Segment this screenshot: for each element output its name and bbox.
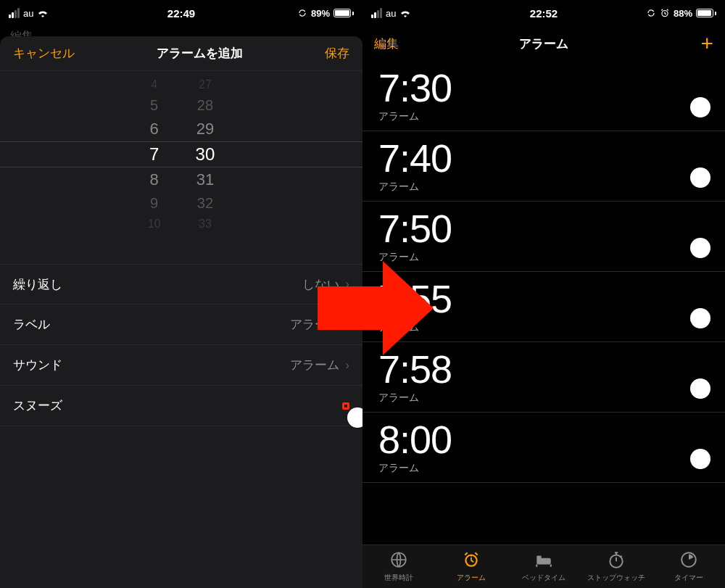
phone-add-alarm: au 22:49 89% 編集 キャンセル アラームを追加 保存 xyxy=(0,0,362,588)
label-label: ラベル xyxy=(13,316,50,333)
alarm-time: 7:30 xyxy=(378,68,452,107)
svg-point-4 xyxy=(471,555,472,557)
tab-label: アラーム xyxy=(457,573,486,583)
snooze-row: スヌーズ xyxy=(0,386,362,426)
alarm-list[interactable]: 7:30アラーム7:40アラーム7:50アラーム7:55アラーム7:58アラーム… xyxy=(362,61,725,544)
alarm-sub-label: アラーム xyxy=(378,392,452,405)
repeat-label: 繰り返し xyxy=(13,276,62,293)
tab-world[interactable]: 世界時計 xyxy=(362,545,435,588)
alarm-row[interactable]: 7:58アラーム xyxy=(362,342,725,413)
alarm-row[interactable]: 7:50アラーム xyxy=(362,202,725,272)
phone-alarm-list: au 22:52 88% 編集 アラーム + 7:30アラーム7:40アラーム7… xyxy=(362,0,725,588)
alarm-row[interactable]: 8:00アラーム xyxy=(362,413,725,483)
tab-bar: 世界時計アラームベッドタイムストップウォッチタイマー xyxy=(362,544,725,588)
repeat-value: しない xyxy=(302,276,339,293)
tab-label: ベッドタイム xyxy=(522,573,566,583)
alarm-row[interactable]: 7:40アラーム xyxy=(362,131,725,202)
svg-rect-5 xyxy=(536,558,551,565)
svg-rect-6 xyxy=(536,556,542,559)
tab-timer[interactable]: タイマー xyxy=(652,545,725,588)
status-bar: au 22:49 89% xyxy=(0,0,362,26)
cancel-button[interactable]: キャンセル xyxy=(13,45,75,62)
alarm-settings: 繰り返し しない › ラベル アラーム › サウンド アラ xyxy=(0,264,362,426)
sheet-title: アラームを追加 xyxy=(157,45,243,62)
alarm-sub-label: アラーム xyxy=(378,181,452,194)
chevron-right-icon: › xyxy=(345,318,349,332)
tab-label: ストップウォッチ xyxy=(587,573,645,583)
status-bar: au 22:52 88% xyxy=(362,0,725,26)
save-button[interactable]: 保存 xyxy=(325,45,349,62)
alarm-sub-label: アラーム xyxy=(378,110,452,123)
stopwatch-icon xyxy=(607,550,626,571)
nav-bar: 編集 アラーム + xyxy=(362,26,725,61)
alarm-time: 7:40 xyxy=(378,138,452,178)
alarm-time: 7:58 xyxy=(378,349,452,389)
picker-selection-lines xyxy=(0,141,362,167)
sound-label: サウンド xyxy=(13,357,62,373)
alarm-icon xyxy=(462,550,481,571)
snooze-label: スヌーズ xyxy=(13,397,62,414)
world-icon xyxy=(389,550,408,571)
chevron-right-icon: › xyxy=(345,358,349,373)
tab-alarm[interactable]: アラーム xyxy=(435,545,508,588)
tab-bedtime[interactable]: ベッドタイム xyxy=(508,545,580,588)
tab-label: タイマー xyxy=(674,573,703,583)
alarm-time: 7:50 xyxy=(378,209,452,248)
timer-icon xyxy=(679,550,698,571)
repeat-row[interactable]: 繰り返し しない › xyxy=(0,264,362,305)
tab-stopwatch[interactable]: ストップウォッチ xyxy=(580,545,652,588)
chevron-right-icon: › xyxy=(345,277,349,291)
alarm-time: 7:55 xyxy=(378,279,452,318)
nav-title: アラーム xyxy=(362,36,725,52)
time-picker[interactable]: 4 5 6 7 8 9 10 27 28 29 30 31 32 xyxy=(0,71,362,238)
sound-row[interactable]: サウンド アラーム › xyxy=(0,345,362,386)
highlight-box xyxy=(342,402,349,410)
sound-value: アラーム xyxy=(290,357,339,373)
status-time: 22:49 xyxy=(167,7,195,20)
bedtime-icon xyxy=(534,550,553,571)
alarm-row[interactable]: 7:55アラーム xyxy=(362,272,725,342)
label-row[interactable]: ラベル アラーム › xyxy=(0,305,362,345)
add-alarm-sheet: キャンセル アラームを追加 保存 4 5 6 7 8 9 10 xyxy=(0,36,362,588)
alarm-sub-label: アラーム xyxy=(378,321,452,334)
alarm-row[interactable]: 7:30アラーム xyxy=(362,61,725,131)
alarm-time: 8:00 xyxy=(378,420,452,459)
tab-label: 世界時計 xyxy=(384,573,413,583)
status-time: 22:52 xyxy=(530,7,558,20)
alarm-sub-label: アラーム xyxy=(378,462,452,475)
label-value: アラーム xyxy=(290,316,339,333)
alarm-sub-label: アラーム xyxy=(378,251,452,264)
